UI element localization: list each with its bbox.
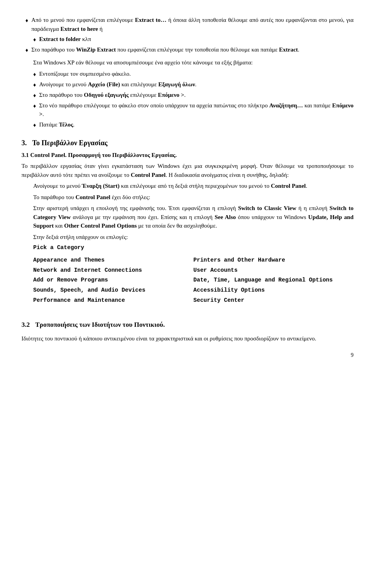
bullet-item-6: ♦ Στο παράθυρο του Οδηγού εξαγωγής επιλέ… — [21, 91, 354, 100]
bullet-icon-2: ♦ — [33, 36, 36, 44]
subsection32-heading: 3.2 Τροποποιήσεις των Ιδιοτήτων του Ποντ… — [21, 312, 354, 332]
subsection32-title: Τροποποιήσεις των Ιδιοτήτων του Ποντικιο… — [35, 320, 165, 330]
windows-xp-section: Στα Windows XP εάν θέλουμε να αποσυμπιέσ… — [21, 58, 354, 67]
subsection31-heading: 3.1 Control Panel. Προσαρμογή του Περιβά… — [21, 151, 354, 160]
subsection31-label: Control Panel. — [30, 152, 67, 158]
category-left-4: Sounds, Speech, and Audio Devices — [33, 285, 193, 296]
bullet-text-7: Στο νέο παράθυρο επιλέγουμε το φάκελο στ… — [39, 101, 354, 119]
subsection32-number: 3.2 — [21, 320, 30, 330]
category-left-5: Performance and Maintenance — [33, 296, 193, 306]
env-para-5: Στην δεξιά στήλη υπάρχουν οι επιλογές: — [33, 233, 354, 242]
bullet-icon-7: ♦ — [33, 102, 36, 110]
bullet-item-8: ♦ Πατάμε Τέλος. — [21, 120, 354, 129]
section3-number: 3. — [21, 138, 27, 148]
table-row: Sounds, Speech, and Audio Devices Access… — [33, 285, 354, 296]
env-para-2: Ανοίγουμε το μενού Έναρξη (Start) και επ… — [33, 182, 354, 191]
category-right-2: User Accounts — [193, 265, 354, 276]
bullet-icon-1: ♦ — [25, 16, 28, 25]
bullet-text-8: Πατάμε Τέλος. — [39, 120, 354, 129]
section3-title: Το Περιβάλλον Εργασίας — [32, 138, 108, 148]
bullet-item-1: ♦ Από το μενού που εμφανίζεται επιλέγουμ… — [21, 16, 354, 33]
bullets-winxp: ♦ Εντοπίζουμε τον συμπιεσμένο φάκελο. ♦ … — [21, 69, 354, 129]
bullet-text-3: Στο παράθυρο του WinZip Extract που εμφα… — [31, 45, 354, 54]
bullet-icon-8: ♦ — [33, 121, 36, 129]
category-right-5: Security Center — [193, 296, 354, 306]
top-bullets-section: ♦ Από το μενού που εμφανίζεται επιλέγουμ… — [21, 16, 354, 54]
bullet-item-3: ♦ Στο παράθυρο του WinZip Extract που εμ… — [21, 45, 354, 54]
table-row: Add or Remove Programs Date, Time, Langu… — [33, 275, 354, 285]
env-para-4: Στην αριστερή υπάρχει η εποιλογή της εμφ… — [33, 204, 354, 230]
category-left-1: Appearance and Themes — [33, 255, 193, 265]
bullet-item-2: ♦ Extract to folder κλπ — [21, 35, 354, 44]
table-row: Appearance and Themes Printers and Other… — [33, 255, 354, 265]
bullet-icon-3: ♦ — [25, 46, 28, 54]
bullet-icon-5: ♦ — [33, 81, 36, 89]
category-right-3: Date, Time, Language and Regional Option… — [193, 275, 354, 285]
page-number: 9 — [21, 351, 354, 359]
mouse-para: Ιδιότητες του ποντικιού ή κάποιου αντικε… — [21, 334, 354, 343]
bullet-icon-6: ♦ — [33, 91, 36, 100]
section3-heading: 3. Το Περιβάλλον Εργασίας — [21, 138, 354, 148]
subsection31-number: 3.1 — [21, 152, 29, 158]
category-section: Pick a Category Appearance and Themes Pr… — [33, 244, 354, 306]
category-table: Appearance and Themes Printers and Other… — [33, 255, 354, 306]
subsection31-sublabel: Προσαρμογή του Περιβάλλοντος Εργασίας. — [68, 152, 177, 158]
category-right-4: Accessibility Options — [193, 285, 354, 296]
category-right-1: Printers and Other Hardware — [193, 255, 354, 265]
bullet-icon-4: ♦ — [33, 70, 36, 78]
bullet-text-6: Στο παράθυρο του Οδηγού εξαγωγής επιλέγο… — [39, 91, 354, 100]
env-para-1: Το περιβάλλον εργασίας όταν γίνει εγκατά… — [21, 162, 354, 179]
bullet-text-4: Εντοπίζουμε τον συμπιεσμένο φάκελο. — [39, 69, 354, 78]
table-row: Network and Internet Connections User Ac… — [33, 265, 354, 276]
bullet-item-4: ♦ Εντοπίζουμε τον συμπιεσμένο φάκελο. — [21, 69, 354, 78]
bullet-item-5: ♦ Ανοίγουμε το μενού Αρχείο (File) και ε… — [21, 80, 354, 89]
bullet-text-1: Από το μενού που εμφανίζεται επιλέγουμε … — [31, 16, 354, 33]
bullet-text-2: Extract to folder κλπ — [39, 35, 354, 44]
env-para-3: Το παράθυρο του Control Panel έχει δύο σ… — [33, 193, 354, 202]
env-indent-block: Ανοίγουμε το μενού Έναρξη (Start) και επ… — [21, 182, 354, 306]
category-left-3: Add or Remove Programs — [33, 275, 193, 285]
pick-category-label: Pick a Category — [33, 244, 354, 252]
windows-xp-intro: Στα Windows XP εάν θέλουμε να αποσυμπιέσ… — [33, 58, 354, 67]
bullet-item-7: ♦ Στο νέο παράθυρο επιλέγουμε το φάκελο … — [21, 101, 354, 119]
bullet-text-5: Ανοίγουμε το μενού Αρχείο (File) και επι… — [39, 80, 354, 89]
table-row: Performance and Maintenance Security Cen… — [33, 296, 354, 306]
environment-section: Το περιβάλλον εργασίας όταν γίνει εγκατά… — [21, 162, 354, 306]
category-left-2: Network and Internet Connections — [33, 265, 193, 276]
